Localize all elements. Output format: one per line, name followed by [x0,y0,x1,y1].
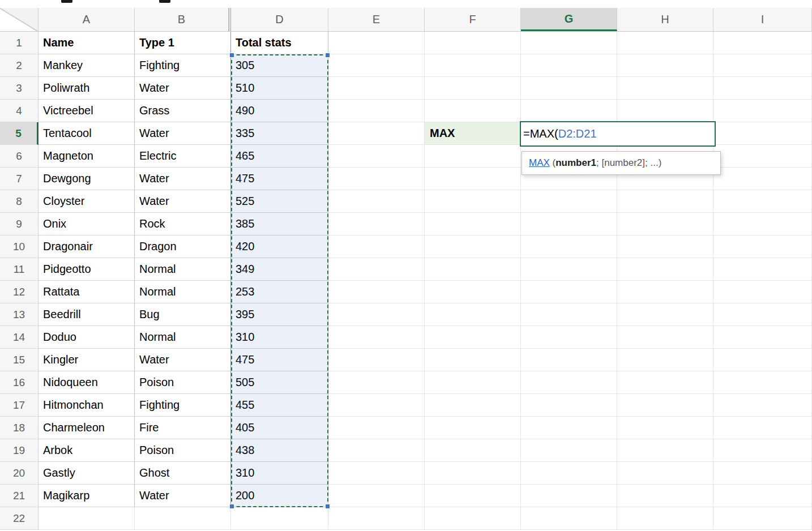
cell-A14[interactable]: Doduo [39,326,135,349]
cell-F10[interactable] [425,235,521,258]
cell-I2[interactable] [713,54,812,77]
cell-B1[interactable]: Type 1 [135,32,231,54]
cell-E14[interactable] [328,326,425,349]
cell-A5[interactable]: Tentacool [39,122,135,145]
cell-H11[interactable] [617,258,713,281]
cell-B11[interactable]: Normal [135,258,231,281]
cell-H21[interactable] [617,485,713,507]
cell-E19[interactable] [328,439,425,462]
cell-A3[interactable]: Poliwrath [39,77,135,100]
cell-B14[interactable]: Normal [135,326,231,349]
cell-A20[interactable]: Gastly [39,462,135,485]
cell-F22[interactable] [425,507,521,530]
cell-H14[interactable] [617,326,713,349]
cell-B17[interactable]: Fighting [135,394,231,417]
cell-E5[interactable] [328,122,425,145]
cell-D5[interactable]: 335 [231,122,328,145]
cell-I9[interactable] [713,213,812,235]
cell-A16[interactable]: Nidoqueen [39,371,135,394]
cell-A9[interactable]: Onix [39,213,135,235]
cell-G9[interactable] [521,213,617,235]
cell-D6[interactable]: 465 [231,145,328,168]
cell-H12[interactable] [617,281,713,303]
cell-G12[interactable] [521,281,617,303]
column-header-F[interactable]: F [425,8,521,31]
row-header-8[interactable]: 8 [0,190,39,213]
cell-H20[interactable] [617,462,713,485]
cell-B10[interactable]: Dragon [135,235,231,258]
cell-G10[interactable] [521,235,617,258]
cell-G4[interactable] [521,100,617,122]
cell-D2[interactable]: 305 [231,54,328,77]
cell-I21[interactable] [713,485,812,507]
cell-B18[interactable]: Fire [135,417,231,439]
cell-F11[interactable] [425,258,521,281]
cell-H2[interactable] [617,54,713,77]
cell-F17[interactable] [425,394,521,417]
cell-G11[interactable] [521,258,617,281]
cell-E22[interactable] [328,507,425,530]
column-header-G[interactable]: G [521,8,617,31]
cell-G2[interactable] [521,54,617,77]
cell-G22[interactable] [521,507,617,530]
cell-D12[interactable]: 253 [231,281,328,303]
cell-E11[interactable] [328,258,425,281]
cell-H9[interactable] [617,213,713,235]
cell-B5[interactable]: Water [135,122,231,145]
cell-E4[interactable] [328,100,425,122]
cell-B6[interactable]: Electric [135,145,231,168]
cell-G15[interactable] [521,349,617,371]
cell-H4[interactable] [617,100,713,122]
cell-B3[interactable]: Water [135,77,231,100]
cell-E13[interactable] [328,303,425,326]
cell-I7[interactable] [713,168,812,190]
cell-G17[interactable] [521,394,617,417]
cell-D9[interactable]: 385 [231,213,328,235]
cell-I8[interactable] [713,190,812,213]
cell-H15[interactable] [617,349,713,371]
cell-E7[interactable] [328,168,425,190]
row-header-9[interactable]: 9 [0,213,39,235]
cell-F9[interactable] [425,213,521,235]
cell-F4[interactable] [425,100,521,122]
cell-D20[interactable]: 310 [231,462,328,485]
cell-G20[interactable] [521,462,617,485]
cell-I10[interactable] [713,235,812,258]
row-header-11[interactable]: 11 [0,258,39,281]
cell-A7[interactable]: Dewgong [39,168,135,190]
cell-A13[interactable]: Beedrill [39,303,135,326]
cell-B8[interactable]: Water [135,190,231,213]
cell-B7[interactable]: Water [135,168,231,190]
cell-D11[interactable]: 349 [231,258,328,281]
formula-edit-cell-G5[interactable]: =MAX(D2:D21 [520,121,716,147]
cell-A12[interactable]: Rattata [39,281,135,303]
cell-I13[interactable] [713,303,812,326]
cell-B19[interactable]: Poison [135,439,231,462]
cell-F14[interactable] [425,326,521,349]
row-header-10[interactable]: 10 [0,235,39,258]
cell-E1[interactable] [328,32,425,54]
cell-H18[interactable] [617,417,713,439]
cell-A21[interactable]: Magikarp [39,485,135,507]
cell-I17[interactable] [713,394,812,417]
cell-A17[interactable]: Hitmonchan [39,394,135,417]
cell-B9[interactable]: Rock [135,213,231,235]
row-header-6[interactable]: 6 [0,145,39,168]
cell-I12[interactable] [713,281,812,303]
cell-D19[interactable]: 438 [231,439,328,462]
cell-I4[interactable] [713,100,812,122]
cell-G16[interactable] [521,371,617,394]
column-header-D[interactable]: D [231,8,328,31]
cell-I1[interactable] [713,32,812,54]
cell-F16[interactable] [425,371,521,394]
column-header-H[interactable]: H [617,8,713,31]
cell-G1[interactable] [521,32,617,54]
cell-I19[interactable] [713,439,812,462]
cell-B13[interactable]: Bug [135,303,231,326]
cell-G19[interactable] [521,439,617,462]
cell-H19[interactable] [617,439,713,462]
cell-F1[interactable] [425,32,521,54]
cell-D21[interactable]: 200 [231,485,328,507]
tooltip-function-link[interactable]: MAX [529,157,550,169]
cell-I16[interactable] [713,371,812,394]
